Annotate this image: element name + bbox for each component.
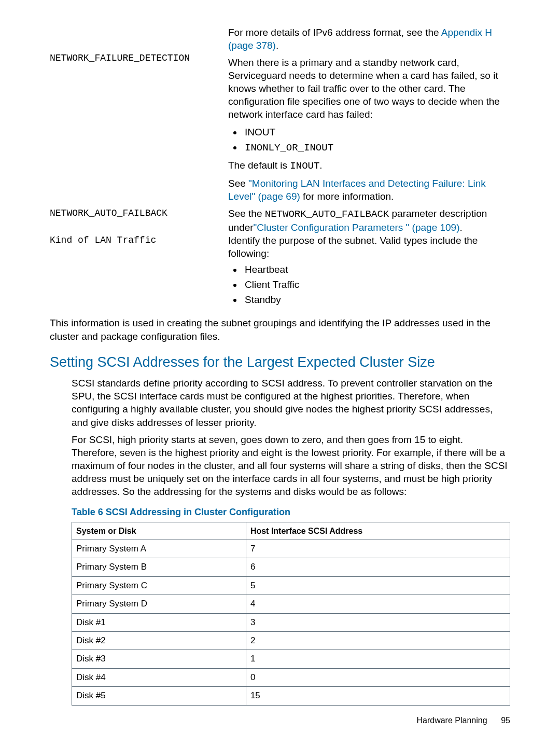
cluster-config-link[interactable]: "Cluster Configuration Parameters " (pag… <box>254 222 460 233</box>
cell-addr: 15 <box>246 687 510 705</box>
cell-addr: 4 <box>246 595 510 613</box>
footer-section: Hardware Planning <box>416 716 487 725</box>
term-network-failure-detection: NETWORK_FAILURE_DETECTION <box>50 52 216 207</box>
table-row: Disk #40 <box>72 668 510 686</box>
empty-term <box>50 26 216 52</box>
table-row: Disk #22 <box>72 632 510 650</box>
nfd-bullet-inonly: INONLY_OR_INOUT <box>243 141 510 155</box>
cell-system: Disk #2 <box>72 632 246 650</box>
klt-bullets: Heartbeat Client Traffic Standby <box>243 263 510 306</box>
naf-pre: See the <box>228 208 265 219</box>
term-kind-lan-traffic: Kind of LAN Traffic <box>50 234 216 309</box>
nfd-see-post: for more information. <box>300 191 394 202</box>
cell-system: Disk #3 <box>72 650 246 668</box>
table-row: Disk #31 <box>72 650 510 668</box>
table-row: Disk #515 <box>72 687 510 705</box>
table-row: Disk #13 <box>72 613 510 631</box>
nfd-default-pre: The default is <box>228 160 290 171</box>
th-host-scsi-address: Host Interface SCSI Address <box>246 522 510 540</box>
page-footer: Hardware Planning 95 <box>416 716 510 725</box>
nfd-para1: When there is a primary and a standby ne… <box>228 56 510 121</box>
subheading-scsi-addresses: Setting SCSI Addresses for the Largest E… <box>50 353 510 372</box>
nfd-default: The default is INOUT. <box>228 159 510 173</box>
table-row: Primary System B6 <box>72 558 510 576</box>
cell-system: Primary System C <box>72 576 246 595</box>
dd-network-failure-detection: When there is a primary and a standby ne… <box>228 52 510 207</box>
nfd-default-code: INOUT <box>290 160 319 172</box>
table-caption: Table 6 SCSI Addressing in Cluster Confi… <box>72 506 510 519</box>
nfd-bullet-inout: INOUT <box>243 126 510 139</box>
nfd-see-pre: See <box>228 178 248 189</box>
dd-kind-lan-traffic: Identify the purpose of the subnet. Vali… <box>228 234 510 309</box>
nfd-default-post: . <box>319 160 322 171</box>
nfd-see: See "Monitoring LAN Interfaces and Detec… <box>228 177 510 203</box>
cell-addr: 5 <box>246 576 510 595</box>
klt-para: Identify the purpose of the subnet. Vali… <box>228 235 478 259</box>
cell-addr: 3 <box>246 613 510 631</box>
table-row: Primary System A7 <box>72 540 510 558</box>
naf-post: . <box>460 222 463 233</box>
body-p2: For SCSI, high priority starts at seven,… <box>72 433 510 498</box>
cell-system: Primary System B <box>72 558 246 576</box>
body-p1: SCSI standards define priority according… <box>72 377 510 429</box>
th-system-or-disk: System or Disk <box>72 522 246 540</box>
cell-addr: 6 <box>246 558 510 576</box>
footer-page-number: 95 <box>501 716 510 725</box>
table-row: Primary System D4 <box>72 595 510 613</box>
term-network-auto-failback: NETWORK_AUTO_FAILBACK <box>50 207 216 234</box>
cell-system: Primary System D <box>72 595 246 613</box>
cell-addr: 1 <box>246 650 510 668</box>
closing-para: This information is used in creating the… <box>50 316 510 342</box>
cell-system: Primary System A <box>72 540 246 558</box>
cell-system: Disk #1 <box>72 613 246 631</box>
klt-bullet-standby: Standby <box>243 293 510 306</box>
dd-network-auto-failback: See the NETWORK_AUTO_FAILBACK parameter … <box>228 207 510 234</box>
cell-system: Disk #4 <box>72 668 246 686</box>
table-row: Primary System C5 <box>72 576 510 595</box>
cell-addr: 2 <box>246 632 510 650</box>
cell-addr: 7 <box>246 540 510 558</box>
definition-list-top: For more details of IPv6 address format,… <box>50 26 510 309</box>
nfd-bullet-inonly-code: INONLY_OR_INOUT <box>245 142 333 154</box>
klt-bullet-client: Client Traffic <box>243 278 510 291</box>
ipv6-ref-pre: For more details of IPv6 address format,… <box>228 27 441 38</box>
cell-addr: 0 <box>246 668 510 686</box>
ipv6-ref: For more details of IPv6 address format,… <box>228 26 510 52</box>
nfd-bullets: INOUT INONLY_OR_INOUT <box>243 126 510 155</box>
naf-code: NETWORK_AUTO_FAILBACK <box>265 209 389 220</box>
table-header-row: System or Disk Host Interface SCSI Addre… <box>72 522 510 540</box>
scsi-table: System or Disk Host Interface SCSI Addre… <box>72 522 510 706</box>
ipv6-ref-post: . <box>276 40 278 51</box>
klt-bullet-heartbeat: Heartbeat <box>243 263 510 276</box>
cell-system: Disk #5 <box>72 687 246 705</box>
